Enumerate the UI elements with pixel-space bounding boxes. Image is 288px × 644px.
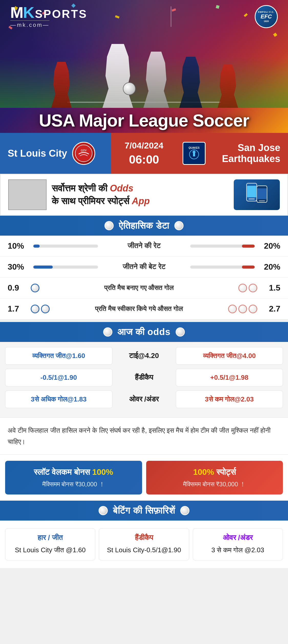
header-banner: MK SPORTS —mk.com— EMPOLI F.C. EFC 1920 … (0, 0, 288, 133)
odds-right-overunder[interactable]: 3से कम गोल@2.03 (176, 390, 283, 408)
promo-text: सर्वोत्तम श्रेणी की Odds के साथ प्रीमियर… (52, 182, 229, 208)
stats-section: 10% जीतने की रेट 20% 30% जीतने की बेट रे… (0, 236, 288, 319)
betting-rec-header: बेटिंग की सिफ़ारिशें (0, 501, 288, 521)
empoli-fc: EFC (261, 13, 272, 20)
empoli-badge: EMPOLI F.C. EFC 1920 (255, 5, 278, 28)
rec-card-1-value: St Louis City जीत @1.60 (9, 545, 91, 555)
ball-icon-conceded-2 (41, 305, 50, 313)
odds-row-3: 3से अधिक गोल@1.83 ओवर /अंडर 3से कम गोल@2… (5, 390, 283, 408)
team-right: QUAKES San Jose Earthquakes (177, 133, 288, 174)
odds-section: व्यक्तिगत जीत@1.60 टाई@4.20 व्यक्तिगत जी… (0, 342, 288, 417)
mksports-logo: MK SPORTS —mk.com— (10, 5, 87, 28)
players-area (0, 31, 288, 108)
rec-card-1-title: हार / जीत (9, 534, 91, 542)
odds-center-handicap: हैंडीकैप (116, 373, 172, 382)
match-bar: St Louis City CITY 7/04/2024 06:00 QUAKE… (0, 133, 288, 174)
rec-ball-left (99, 506, 108, 515)
promo-phones (234, 179, 280, 210)
goal-icons-right-conceded (228, 305, 257, 313)
odds-left-win[interactable]: व्यक्तिगत जीत@1.60 (5, 347, 112, 365)
goal-icons-right-scored (238, 284, 257, 292)
rec-card-3-title: ओवर /अंडर (197, 534, 279, 542)
odds-row-1: व्यक्तिगत जीत@1.60 टाई@4.20 व्यक्तिगत जी… (5, 347, 283, 365)
bonus-sports-subtitle: मैक्सिमम बोनस ₹30,000 ！ (151, 480, 278, 488)
stat-row-bet-rate: 30% जीतने की बेट रेट 20% (0, 257, 288, 278)
rec-card-3-value: 3 से कम गोल @2.03 (197, 545, 279, 555)
goals-scored-left-value: 0.9 (8, 283, 28, 293)
odds-section-header: आज की odds (0, 322, 288, 342)
mk-text: MK (10, 5, 34, 20)
goals-conceded-label: प्रति मैच स्वीकार किये गये औसत गोल (52, 305, 226, 313)
rec-card-overunder[interactable]: ओवर /अंडर 3 से कम गोल @2.03 (193, 528, 283, 560)
svg-rect-10 (259, 200, 265, 201)
svg-text:CITY: CITY (81, 149, 87, 152)
analysis-section: अवे टीम फिलहाल जीत हासिल करने के लिए संघ… (0, 417, 288, 455)
svg-rect-9 (257, 188, 266, 199)
odds-row-2: -0.5/1@1.90 हैंडीकैप +0.5/1@1.98 (5, 369, 283, 386)
domain-text: —mk.com— (10, 20, 49, 28)
ball-icon-conceded-1 (31, 305, 39, 313)
bonus-card-sports[interactable]: 100% स्पोर्ट्स मैक्सिमम बोनस ₹30,000 ！ (146, 461, 283, 494)
stat-row-win-rate: 10% जीतने की रेट 20% (0, 236, 288, 257)
bet-rate-label: जीतने की बेट रेट (103, 263, 185, 271)
bet-rate-right-value: 20% (260, 262, 280, 272)
rec-ball-right (180, 506, 189, 515)
svg-rect-6 (247, 186, 256, 197)
promo-image-placeholder (8, 179, 47, 210)
ball-icon-conceded-r1 (228, 305, 237, 313)
team-left: St Louis City CITY (0, 133, 111, 174)
match-center: 7/04/2024 06:00 (111, 133, 177, 174)
goals-conceded-left-value: 1.7 (8, 304, 28, 314)
bonus-section: स्लॉट वेलकम बोनस 100% मैक्सिमम बोनस ₹30,… (0, 455, 288, 501)
ball-icon-left (104, 221, 114, 230)
rec-card-handicap[interactable]: हैंडीकैप St Louis City-0.5/1@1.90 (99, 528, 189, 560)
svg-text:QUAKES: QUAKES (188, 146, 199, 149)
odds-left-overunder[interactable]: 3से अधिक गोल@1.83 (5, 390, 112, 408)
goals-conceded-right-value: 2.7 (260, 304, 280, 314)
win-rate-bar-left-fill (33, 245, 40, 248)
win-rate-left-value: 10% (8, 241, 28, 251)
ball-icon-conceded-r3 (249, 305, 257, 313)
ball-icon-conceded-r2 (238, 305, 247, 313)
svg-rect-7 (249, 198, 255, 200)
rec-card-2-title: हैंडीकैप (103, 534, 185, 542)
match-time: 06:00 (129, 153, 159, 166)
logo-divider (171, 6, 171, 27)
sports-text: SPORTS (35, 8, 87, 20)
bet-rate-left-value: 30% (8, 262, 28, 272)
bonus-card-slots[interactable]: स्लॉट वेलकम बोनस 100% मैक्सिमम बोनस ₹30,… (5, 461, 142, 494)
goal-row-scored: 0.9 प्रति मैच बनाए गए औसत गोल 1.5 (0, 278, 288, 298)
analysis-text: अवे टीम फिलहाल जीत हासिल करने के लिए संघ… (8, 425, 280, 447)
win-rate-right-value: 20% (260, 241, 280, 251)
odds-ball-right (176, 327, 185, 337)
match-date: 7/04/2024 (125, 141, 163, 151)
win-rate-bar-right (190, 245, 255, 248)
goals-scored-label: प्रति मैच बनाए गए औसत गोल (42, 284, 236, 292)
promo-banner[interactable]: सर्वोत्तम श्रेणी की Odds के साथ प्रीमियर… (0, 174, 288, 216)
goals-scored-right-value: 1.5 (260, 283, 280, 293)
ball-icon-right (174, 221, 184, 230)
rec-card-win-loss[interactable]: हार / जीत St Louis City जीत @1.60 (5, 528, 95, 560)
odds-left-handicap[interactable]: -0.5/1@1.90 (5, 369, 112, 386)
empoli-name: EMPOLI F.C. (258, 11, 274, 13)
bet-rate-bar-right (190, 266, 255, 269)
bonus-slots-text: स्लॉट वेलकम बोनस (34, 467, 90, 477)
rec-card-2-value: St Louis City-0.5/1@1.90 (103, 545, 185, 555)
odds-ball-left (103, 327, 112, 337)
bonus-sports-text: स्पोर्ट्स (216, 467, 236, 477)
empoli-year: 1920 (264, 20, 269, 22)
goal-icons-left-conceded (31, 305, 50, 313)
win-rate-label: जीतने की रेट (103, 242, 185, 250)
promo-text-main: सर्वोत्तम श्रेणी की Odds (52, 183, 133, 193)
bonus-sports-percent: 100% (193, 467, 214, 477)
goal-row-conceded: 1.7 प्रति मैच स्वीकार किये गये औसत गोल 2… (0, 298, 288, 319)
ball-icon-scored-r2 (249, 284, 257, 292)
win-rate-bar-right-fill (242, 245, 255, 248)
odds-right-handicap[interactable]: +0.5/1@1.98 (176, 369, 283, 386)
betting-rec-section: हार / जीत St Louis City जीत @1.60 हैंडीक… (0, 521, 288, 568)
odds-center-tie: टाई@4.20 (116, 352, 172, 360)
odds-right-win[interactable]: व्यक्तिगत जीत@4.00 (176, 347, 283, 365)
stlouis-logo: CITY (72, 142, 95, 165)
promo-text-sub: के साथ प्रीमियर स्पोर्ट्स App (52, 196, 150, 206)
svg-point-0 (75, 145, 92, 162)
